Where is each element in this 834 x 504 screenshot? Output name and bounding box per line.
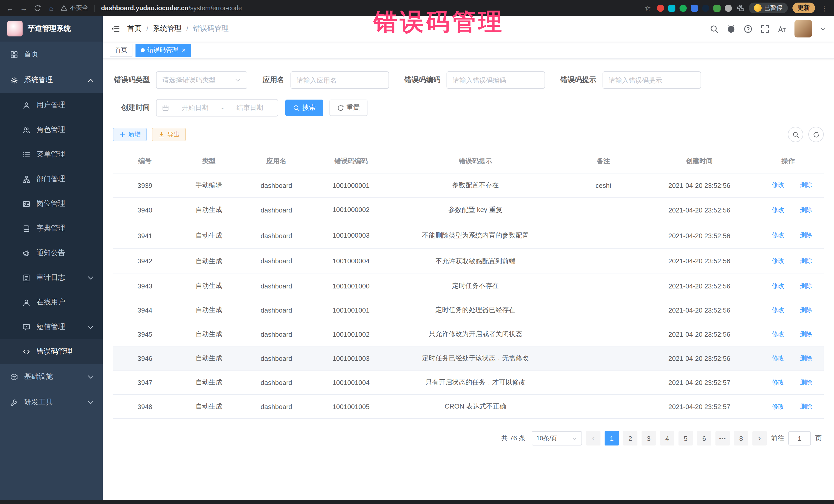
extension-icon[interactable] (680, 4, 687, 12)
show-search-button[interactable] (788, 127, 803, 142)
menu-kebab-icon[interactable]: ⋮ (820, 3, 829, 13)
sidebar-item-sms[interactable]: 短信管理 (0, 314, 103, 339)
search-button[interactable]: 搜索 (285, 100, 323, 116)
sidebar-item-notice[interactable]: 通知公告 (0, 241, 103, 265)
extension-icon[interactable] (725, 4, 732, 12)
edit-link[interactable]: 修改 (764, 378, 784, 387)
paused-chip[interactable]: 已暂停 (749, 3, 788, 13)
sidebar-item-home[interactable]: 首页 (0, 42, 103, 67)
goto-page-input[interactable] (788, 431, 811, 446)
extension-icon[interactable] (714, 4, 721, 12)
bookmark-star-icon[interactable]: ☆ (643, 3, 652, 13)
extension-icon[interactable] (657, 4, 664, 12)
next-page-button[interactable]: › (752, 431, 767, 446)
github-icon[interactable] (727, 24, 736, 33)
tab-home[interactable]: 首页 (110, 43, 132, 57)
sidebar-item-label: 通知公告 (37, 248, 65, 258)
page-button[interactable]: 8 (734, 431, 748, 446)
sidebar-item-role[interactable]: 角色管理 (0, 117, 103, 142)
page-size-select[interactable]: 10条/页 (532, 431, 582, 446)
page-button[interactable]: 5 (679, 431, 693, 446)
delete-link[interactable]: 删除 (792, 181, 812, 190)
extension-icon[interactable] (668, 4, 675, 12)
search-icon[interactable] (710, 24, 719, 33)
app-logo[interactable]: 芋道管理系统 (0, 16, 103, 42)
extensions-puzzle-icon[interactable] (737, 4, 744, 12)
reload-icon[interactable] (33, 3, 42, 13)
help-icon[interactable] (744, 24, 752, 33)
page-button[interactable]: 4 (660, 431, 674, 446)
sidebar-item-online-user[interactable]: 在线用户 (0, 290, 103, 314)
table-header-row: 编号类型应用名错误码编码错误码提示备注创建时间操作 (113, 149, 824, 173)
add-button[interactable]: 新增 (113, 128, 147, 141)
edit-link[interactable]: 修改 (764, 181, 784, 190)
edit-link[interactable]: 修改 (764, 257, 784, 265)
delete-link[interactable]: 删除 (792, 330, 812, 338)
date-range-picker[interactable]: 开始日期 - 结束日期 (156, 99, 278, 116)
delete-link[interactable]: 删除 (792, 282, 812, 290)
edit-link[interactable]: 修改 (764, 205, 784, 214)
edit-link[interactable]: 修改 (764, 402, 784, 411)
more-pages-button[interactable]: ••• (716, 431, 730, 446)
close-icon[interactable]: × (182, 47, 185, 53)
refresh-table-button[interactable] (808, 127, 824, 142)
edit-link[interactable]: 修改 (764, 306, 784, 314)
update-button[interactable]: 更新 (792, 3, 815, 13)
page-button[interactable]: 1 (605, 431, 619, 446)
cell-type: 自动生成 (177, 298, 241, 322)
user-avatar[interactable] (794, 20, 812, 38)
delete-link[interactable]: 删除 (792, 231, 812, 240)
export-button[interactable]: 导出 (152, 128, 186, 141)
sidebar-item-menu[interactable]: 菜单管理 (0, 142, 103, 167)
breadcrumb-home[interactable]: 首页 (127, 24, 142, 34)
page-button[interactable]: 3 (641, 431, 656, 446)
error-code-input[interactable] (446, 71, 545, 89)
sidebar-item-audit-log[interactable]: 审计日志 (0, 265, 103, 290)
sidebar-item-infra[interactable]: 基础设施 (0, 364, 103, 390)
edit-link[interactable]: 修改 (764, 330, 784, 338)
delete-link[interactable]: 删除 (792, 205, 812, 214)
back-icon[interactable]: ← (5, 3, 14, 13)
forward-icon[interactable]: → (19, 3, 28, 13)
error-msg-input[interactable] (602, 71, 701, 89)
sidebar-item-dict[interactable]: 字典管理 (0, 216, 103, 241)
window-bottom-edge (0, 500, 834, 504)
delete-link[interactable]: 删除 (792, 306, 812, 314)
error-type-select[interactable]: 请选择错误码类型 (156, 71, 247, 89)
sidebar-fold-icon[interactable] (111, 24, 120, 34)
tab-error-code[interactable]: 错误码管理 × (135, 43, 191, 57)
font-size-icon[interactable] (777, 24, 786, 33)
page-button[interactable]: 6 (697, 431, 711, 446)
home-icon[interactable]: ⌂ (47, 3, 56, 13)
sidebar-item-system[interactable]: 系统管理 (0, 67, 103, 93)
delete-link[interactable]: 删除 (792, 354, 812, 363)
sidebar-item-post[interactable]: 岗位管理 (0, 192, 103, 216)
sidebar-item-dev-tools[interactable]: 研发工具 (0, 390, 103, 415)
fullscreen-icon[interactable] (761, 24, 769, 33)
cell-id: 3944 (113, 298, 177, 322)
delete-link[interactable]: 删除 (792, 378, 812, 387)
sidebar-item-dept[interactable]: 部门管理 (0, 167, 103, 192)
security-indicator[interactable]: 不安全 (61, 4, 88, 12)
chevron-down-icon[interactable] (820, 26, 826, 31)
cell-type: 自动生成 (177, 197, 241, 223)
app-name-input[interactable] (290, 71, 389, 89)
sidebar-item-user[interactable]: 用户管理 (0, 93, 103, 117)
sidebar-item-error-code[interactable]: 错误码管理 (0, 339, 103, 364)
sidebar-item-label: 角色管理 (37, 125, 65, 134)
edit-link[interactable]: 修改 (764, 231, 784, 240)
edit-link[interactable]: 修改 (764, 354, 784, 363)
breadcrumb-system[interactable]: 系统管理 (153, 24, 182, 34)
delete-link[interactable]: 删除 (792, 257, 812, 265)
edit-link[interactable]: 修改 (764, 282, 784, 290)
error-code-label: 错误码编码 (404, 75, 440, 85)
extension-icon[interactable] (691, 4, 698, 12)
url-bar[interactable]: dashboard.yudao.iocoder.cn/system/error-… (101, 4, 242, 12)
prev-page-button[interactable]: ‹ (586, 431, 600, 446)
extension-icon[interactable] (702, 4, 709, 12)
reset-button[interactable]: 重置 (329, 100, 368, 116)
sidebar-item-label: 字典管理 (37, 224, 65, 233)
page-button[interactable]: 2 (623, 431, 637, 446)
delete-link[interactable]: 删除 (792, 402, 812, 411)
sidebar-menu: 首页系统管理用户管理角色管理菜单管理部门管理岗位管理字典管理通知公告审计日志在线… (0, 42, 103, 415)
